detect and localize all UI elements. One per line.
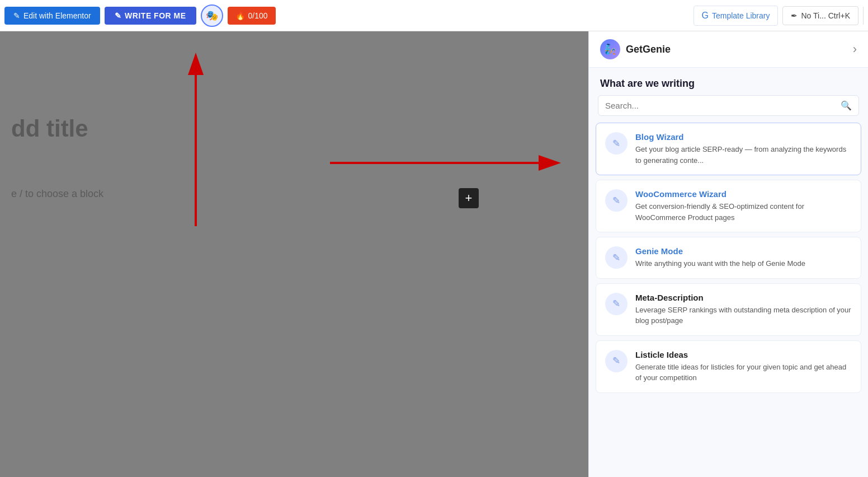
item-title: Blog Wizard xyxy=(635,132,852,142)
arrow-up xyxy=(162,53,229,232)
item-icon-wrap: ✎ xyxy=(605,350,628,372)
item-title: WooCommerce Wizard xyxy=(635,189,852,199)
brand-name: GetGenie xyxy=(626,44,847,55)
add-block-button[interactable]: + xyxy=(459,188,479,208)
item-description: Get your blog article SERP-ready — from … xyxy=(635,144,852,166)
getgenie-logo: 🧞 xyxy=(600,39,620,59)
item-content: Genie Mode Write anything you want with … xyxy=(635,246,852,269)
template-library-button[interactable]: G Template Library xyxy=(694,6,779,26)
genie-icon: G xyxy=(702,11,709,21)
no-title-button[interactable]: ✒ No Ti... Ctrl+K xyxy=(782,6,858,25)
search-box: 🔍 xyxy=(598,95,859,116)
toolbar: ✎ Edit with Elementor ✎ WRITE FOR ME 🎭 🔥… xyxy=(0,0,868,31)
list-item[interactable]: ✎ WooCommerce Wizard Get conversion-frie… xyxy=(596,180,861,232)
item-content: WooCommerce Wizard Get conversion-friend… xyxy=(635,189,852,223)
editor-title: dd title xyxy=(11,115,88,142)
search-container: 🔍 xyxy=(589,95,868,123)
list-item[interactable]: ✎ Listicle Ideas Generate title ideas fo… xyxy=(596,340,861,393)
item-content: Blog Wizard Get your blog article SERP-r… xyxy=(635,132,852,166)
item-title: Genie Mode xyxy=(635,246,852,256)
pen-icon: ✎ xyxy=(612,355,620,367)
write-for-me-button[interactable]: ✎ WRITE FOR ME xyxy=(105,7,196,25)
item-description: Write anything you want with the help of… xyxy=(635,258,852,269)
logo-emoji: 🧞 xyxy=(604,43,616,55)
item-title: Meta-Description xyxy=(635,293,852,302)
item-title: Listicle Ideas xyxy=(635,350,852,359)
item-icon-wrap: ✎ xyxy=(605,189,628,212)
sidebar: 🧞 GetGenie › What are we writing 🔍 ✎ Blo… xyxy=(588,31,868,477)
arrow-right xyxy=(324,135,565,191)
edit-elementor-button[interactable]: ✎ Edit with Elementor xyxy=(4,7,100,25)
pen-icon: ✎ xyxy=(612,298,620,310)
section-title: What are we writing xyxy=(589,68,868,95)
sidebar-header: 🧞 GetGenie › xyxy=(589,31,868,68)
search-icon: 🔍 xyxy=(841,100,852,111)
list-item[interactable]: ✎ Meta-Description Leverage SERP ranking… xyxy=(596,283,861,336)
elementor-icon: ✎ xyxy=(13,11,20,20)
item-content: Listicle Ideas Generate title ideas for … xyxy=(635,350,852,384)
item-icon-wrap: ✎ xyxy=(605,132,628,155)
pen-icon: ✎ xyxy=(612,195,620,207)
counter-button[interactable]: 🔥 0/100 xyxy=(228,7,276,25)
list-item[interactable]: ✎ Blog Wizard Get your blog article SERP… xyxy=(596,123,861,175)
item-content: Meta-Description Leverage SERP rankings … xyxy=(635,293,852,326)
items-list: ✎ Blog Wizard Get your blog article SERP… xyxy=(589,123,868,477)
pen-icon: ✎ xyxy=(612,252,620,264)
avatar-emoji: 🎭 xyxy=(206,10,218,22)
search-input[interactable] xyxy=(605,101,836,110)
editor-hint: e / to choose a block xyxy=(11,188,103,200)
separator xyxy=(863,7,864,25)
sidebar-close-button[interactable]: › xyxy=(853,42,857,57)
item-icon-wrap: ✎ xyxy=(605,293,628,315)
list-item[interactable]: ✎ Genie Mode Write anything you want wit… xyxy=(596,237,861,279)
main-area: dd title e / to choose a block + xyxy=(0,31,868,477)
avatar-button[interactable]: 🎭 xyxy=(201,4,223,27)
counter-icon: 🔥 xyxy=(235,11,245,20)
editor-area: dd title e / to choose a block + xyxy=(0,31,588,477)
item-description: Leverage SERP rankings with outstanding … xyxy=(635,305,852,326)
pen-icon: ✎ xyxy=(612,138,620,149)
item-description: Get conversion-friendly & SEO-optimized … xyxy=(635,201,852,223)
item-description: Generate title ideas for listicles for y… xyxy=(635,362,852,384)
item-icon-wrap: ✎ xyxy=(605,246,628,269)
write-icon: ✎ xyxy=(115,11,122,20)
pen-icon: ✒ xyxy=(791,11,798,20)
